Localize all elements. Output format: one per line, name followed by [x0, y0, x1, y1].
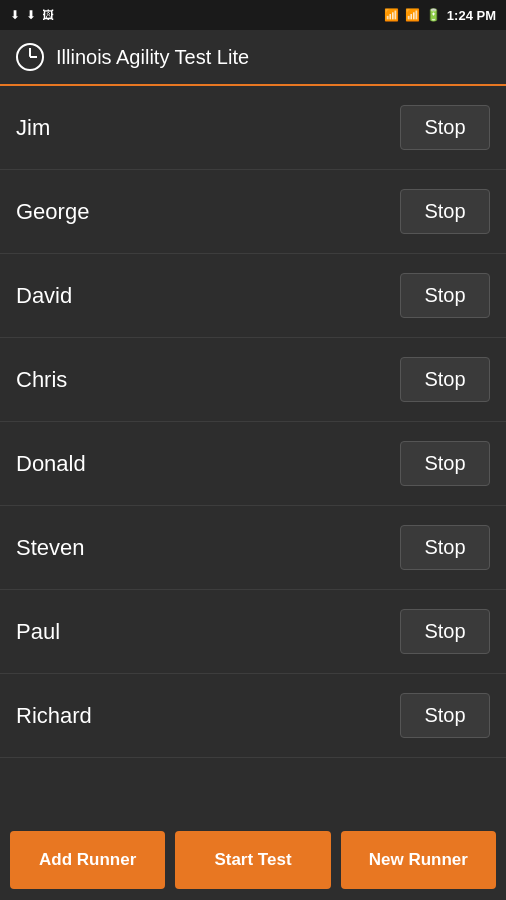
status-right: 📶 📶 🔋 1:24 PM: [384, 8, 496, 23]
stop-button-richard[interactable]: Stop: [400, 693, 490, 738]
table-row: David Stop: [0, 254, 506, 338]
runner-name-david: David: [16, 283, 72, 309]
runner-name-paul: Paul: [16, 619, 60, 645]
runner-name-steven: Steven: [16, 535, 85, 561]
new-runner-button[interactable]: New Runner: [341, 831, 496, 889]
runner-name-george: George: [16, 199, 89, 225]
start-test-button[interactable]: Start Test: [175, 831, 330, 889]
runners-list: Jim Stop George Stop David Stop Chris St…: [0, 86, 506, 820]
status-icons-left: ⬇ ⬇ 🖼: [10, 8, 54, 22]
stop-button-donald[interactable]: Stop: [400, 441, 490, 486]
table-row: Chris Stop: [0, 338, 506, 422]
table-row: George Stop: [0, 170, 506, 254]
table-row: Jim Stop: [0, 86, 506, 170]
clock-display: 1:24 PM: [447, 8, 496, 23]
notification-icon-1: ⬇: [10, 8, 20, 22]
table-row: Richard Stop: [0, 674, 506, 758]
stop-button-jim[interactable]: Stop: [400, 105, 490, 150]
stop-button-david[interactable]: Stop: [400, 273, 490, 318]
table-row: Donald Stop: [0, 422, 506, 506]
wifi-icon: 📶: [384, 8, 399, 22]
stop-button-chris[interactable]: Stop: [400, 357, 490, 402]
clock-icon: [16, 43, 44, 71]
stop-button-george[interactable]: Stop: [400, 189, 490, 234]
add-runner-button[interactable]: Add Runner: [10, 831, 165, 889]
runner-name-donald: Donald: [16, 451, 86, 477]
battery-icon: 🔋: [426, 8, 441, 22]
stop-button-steven[interactable]: Stop: [400, 525, 490, 570]
runner-name-jim: Jim: [16, 115, 50, 141]
notification-icon-2: ⬇: [26, 8, 36, 22]
stop-button-paul[interactable]: Stop: [400, 609, 490, 654]
bottom-toolbar: Add Runner Start Test New Runner: [0, 820, 506, 900]
status-bar: ⬇ ⬇ 🖼 📶 📶 🔋 1:24 PM: [0, 0, 506, 30]
signal-icon: 📶: [405, 8, 420, 22]
table-row: Steven Stop: [0, 506, 506, 590]
table-row: Paul Stop: [0, 590, 506, 674]
runner-name-richard: Richard: [16, 703, 92, 729]
notification-icon-3: 🖼: [42, 8, 54, 22]
header: Illinois Agility Test Lite: [0, 30, 506, 86]
runner-name-chris: Chris: [16, 367, 67, 393]
page-title: Illinois Agility Test Lite: [56, 46, 249, 69]
